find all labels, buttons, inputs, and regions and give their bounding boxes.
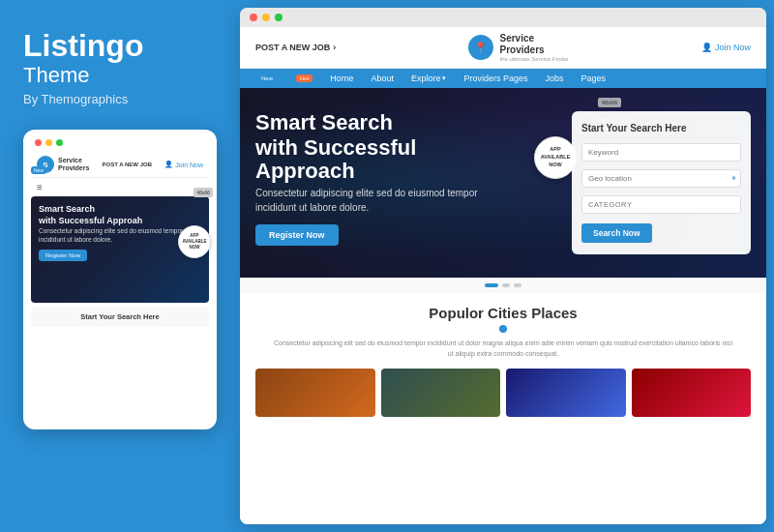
- brand-by: By Themographics: [23, 92, 217, 106]
- mockup-header: S Service Providers POST A NEW JOB 👤 Joi…: [31, 152, 209, 178]
- category-input-group: [581, 193, 741, 214]
- city-grid: [255, 369, 751, 417]
- nav-item-home[interactable]: Home: [330, 74, 353, 83]
- browser-dot-yellow: [262, 14, 270, 21]
- chevron-right-icon: ›: [333, 43, 336, 52]
- site-logo-name: Service Providers: [499, 33, 568, 56]
- keyword-input-group: [581, 141, 741, 162]
- mockup-dot-green: [56, 139, 63, 146]
- nav-hot-badge: Hot: [296, 74, 313, 82]
- explore-dropdown-icon: ▾: [442, 74, 446, 82]
- mockup-logo-text: Service Providers: [58, 157, 89, 173]
- brand-title: Listingo: [23, 29, 217, 63]
- nav-new-badge: New: [257, 74, 277, 82]
- city-card-4[interactable]: [632, 369, 752, 417]
- mockup-hero-sub: with Successful Approah: [39, 216, 201, 225]
- cities-divider: [255, 325, 751, 333]
- site-logo: 📍 Service Providers the ultimate Service…: [468, 33, 568, 62]
- mockup-search-title: Start Your Search Here: [37, 312, 203, 321]
- nav-item-jobs[interactable]: Jobs: [545, 74, 563, 83]
- nav-item-explore[interactable]: Explore ▾: [411, 74, 447, 83]
- site-nav: New Hot Home About Explore ▾ Providers P…: [240, 69, 766, 88]
- hero-app-badge: APP AVAILABLE NOW: [534, 136, 577, 179]
- site-join[interactable]: 👤 Join Now: [701, 43, 751, 52]
- hero-desc: Consectetur adipiscing elite sed do eius…: [255, 186, 507, 215]
- nav-item-about[interactable]: About: [371, 74, 394, 83]
- city-card-3[interactable]: [506, 369, 626, 417]
- mockup-dot-yellow: [45, 139, 52, 146]
- carousel-dots: [240, 278, 766, 293]
- mobile-mockup: S Service Providers POST A NEW JOB 👤 Joi…: [23, 130, 217, 429]
- mockup-search-section: Start Your Search Here: [31, 307, 209, 327]
- brand-sub: Theme: [23, 63, 217, 88]
- divider-dot: [499, 325, 507, 333]
- hero-title-line1: Smart Search: [255, 111, 513, 134]
- mockup-window-dots: [31, 139, 209, 146]
- right-panel: POST A NEW JOB › 📍 Service Providers the…: [240, 8, 766, 524]
- cities-desc: Consectetur adipiscing elit sed do eiusm…: [271, 339, 735, 359]
- mockup-hero: Smart Search with Successful Approah Con…: [31, 196, 209, 303]
- site-logo-icon: 📍: [468, 35, 493, 60]
- register-button[interactable]: Register Now: [255, 224, 339, 246]
- mockup-pixel-badge: 46x66: [194, 188, 213, 197]
- mockup-app-badge: APP AVAILABLE NOW: [178, 225, 211, 258]
- search-button[interactable]: Search Now: [581, 223, 652, 243]
- site-logo-tagline: the ultimate Service Finder: [499, 56, 568, 62]
- site-post-job-button[interactable]: POST A NEW JOB ›: [255, 43, 336, 52]
- keyword-input[interactable]: [581, 143, 741, 162]
- browser-dot-red: [250, 14, 257, 21]
- category-input[interactable]: [581, 195, 741, 214]
- geo-input[interactable]: [581, 169, 741, 188]
- site-header: POST A NEW JOB › 📍 Service Providers the…: [240, 27, 766, 69]
- city-card-1[interactable]: [255, 369, 375, 417]
- city-card-2[interactable]: [381, 369, 501, 417]
- nav-item-pages[interactable]: Pages: [580, 74, 606, 83]
- hero-content: Smart Search with Successful Approach Co…: [255, 111, 513, 246]
- search-box: Start Your Search Here ⌖ Search Now: [572, 111, 751, 254]
- left-panel: Listingo Theme By Themographics S Servic…: [0, 0, 240, 532]
- search-box-title: Start Your Search Here: [581, 123, 741, 133]
- carousel-dot-active[interactable]: [485, 283, 498, 287]
- mockup-post-job-button[interactable]: POST A NEW JOB: [102, 162, 152, 167]
- mockup-hamburger-icon[interactable]: ≡: [37, 182, 203, 192]
- browser-dot-green: [275, 14, 283, 21]
- nav-item-providers[interactable]: Providers Pages: [463, 74, 527, 83]
- hero-section: Smart Search with Successful Approach Co…: [240, 88, 766, 278]
- geo-input-group: ⌖: [581, 167, 741, 188]
- hero-pixel-badge: 46x66: [598, 98, 621, 107]
- cities-section: Populor Cities Places Consectetur adipis…: [240, 293, 766, 524]
- mockup-join: 👤 Join Now: [164, 161, 203, 168]
- mockup-new-badge: New: [31, 166, 46, 174]
- mockup-register-button[interactable]: Register Now: [39, 250, 87, 261]
- carousel-dot-2[interactable]: [514, 283, 521, 287]
- geo-icon: ⌖: [731, 172, 736, 183]
- mockup-hero-title: Smart Search: [39, 204, 201, 214]
- cities-title: Populor Cities Places: [255, 305, 751, 321]
- mockup-dot-red: [35, 139, 42, 146]
- carousel-dot-1[interactable]: [502, 283, 510, 287]
- browser-bar: [240, 8, 766, 27]
- mockup-hero-desc: Consectetur adipiscing elite sed do eius…: [39, 227, 201, 244]
- hero-title-line2: with Successful Approach: [255, 136, 513, 183]
